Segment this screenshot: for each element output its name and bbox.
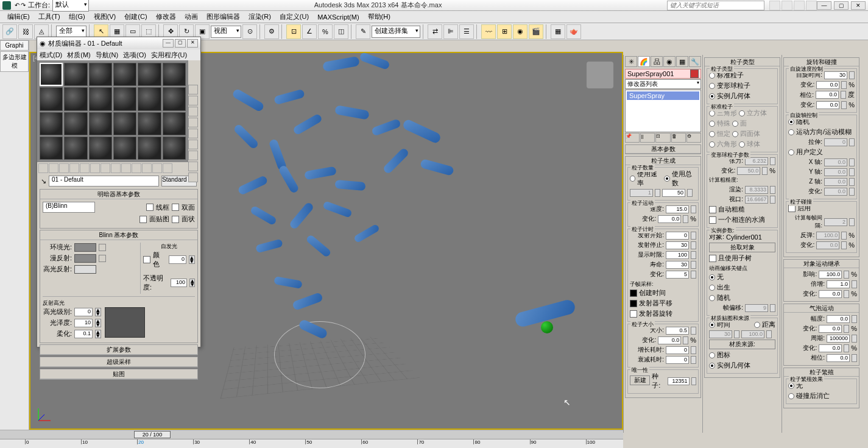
period-var-spinner[interactable]: 0.0 <box>819 344 842 352</box>
amp-spinner[interactable]: 0.0 <box>827 315 850 323</box>
spinner-buttons[interactable] <box>691 346 696 354</box>
soften-spinner[interactable]: 0.1 <box>74 330 93 338</box>
spinner-buttons[interactable] <box>852 280 857 288</box>
offset-birth-radio[interactable] <box>709 285 715 291</box>
material-slot[interactable] <box>89 112 112 135</box>
material-slot[interactable] <box>163 63 186 86</box>
axis-random-radio[interactable] <box>788 119 794 125</box>
influence-spinner[interactable]: 100.0 <box>819 271 842 279</box>
spinner-buttons[interactable] <box>683 336 688 344</box>
material-slot[interactable] <box>64 87 87 110</box>
modifier-list-combo[interactable]: 修改器列表 <box>625 79 701 89</box>
spinner-buttons[interactable] <box>849 138 855 146</box>
modifier-item[interactable]: SuperSpray <box>627 91 699 100</box>
std-particle-radio[interactable] <box>709 73 715 79</box>
mat-menu-util[interactable]: 实用程序(U) <box>151 51 187 60</box>
material-slot[interactable] <box>138 63 161 86</box>
render-setup-icon[interactable]: 🎬 <box>529 24 543 39</box>
mat-reset-icon[interactable] <box>69 163 79 173</box>
user-def-radio[interactable] <box>788 149 794 155</box>
spinner-buttons[interactable] <box>655 189 660 197</box>
mat-background-icon[interactable] <box>188 107 198 116</box>
mat-menu-nav[interactable]: 导航(N) <box>96 51 118 60</box>
opacity-spinner[interactable]: 100 <box>171 279 187 287</box>
material-editor-window[interactable]: ◉ 材质编辑器 - 01 - Default — ▢ ✕ 模式(D) 材质(M)… <box>37 37 201 347</box>
align-icon[interactable]: ⊫ <box>443 24 458 39</box>
creation-time-checkbox[interactable] <box>630 290 637 297</box>
icon-mat-radio[interactable] <box>709 352 715 358</box>
mat-put-lib-icon[interactable] <box>101 163 110 173</box>
menu-animation[interactable]: 动画 <box>181 12 202 22</box>
spinner-buttons[interactable] <box>691 261 696 269</box>
inherit-var-spinner[interactable]: 0.0 <box>819 290 842 298</box>
offset-none-radio[interactable] <box>709 274 715 280</box>
spinner-buttons[interactable] <box>762 167 767 175</box>
spinner-buttons[interactable] <box>734 330 739 338</box>
spinner-buttons[interactable] <box>691 271 696 279</box>
speed-spinner[interactable]: 15.0 <box>666 205 689 213</box>
display-until-spinner[interactable]: 100 <box>666 251 689 259</box>
undo-redo-icons[interactable]: ↶↷ <box>15 2 26 9</box>
diffuse-swatch[interactable] <box>74 254 96 263</box>
time-radio[interactable] <box>709 322 715 328</box>
fade-spinner[interactable]: 0 <box>666 356 689 364</box>
mat-pick-icon[interactable]: ↘ <box>41 177 46 185</box>
unlink-icon[interactable]: ⛓ <box>18 24 33 39</box>
emitter-rot-checkbox[interactable] <box>630 310 637 318</box>
material-slot[interactable] <box>138 112 161 135</box>
ext-rollout[interactable]: 扩展参数 <box>40 345 197 355</box>
spinner-buttons[interactable] <box>841 91 846 99</box>
spin-var-spinner[interactable]: 0.0 <box>816 81 839 89</box>
schematic-icon[interactable]: ⊞ <box>497 24 512 39</box>
curve-editor-icon[interactable]: 〰 <box>481 24 496 39</box>
total-spinner[interactable]: 50 <box>662 189 685 197</box>
mat-nav-child-icon[interactable] <box>163 163 172 173</box>
phase-var-spinner[interactable]: 0.0 <box>816 101 839 109</box>
instanced-radio[interactable] <box>709 93 715 99</box>
menu-group[interactable]: 组(G) <box>65 12 89 22</box>
menu-customize[interactable]: 自定义(U) <box>276 12 312 22</box>
spec-level-spinner[interactable]: 0 <box>74 308 93 316</box>
menu-maxscript[interactable]: MAXScript(M) <box>314 13 362 21</box>
mult-spinner[interactable]: 1.0 <box>827 280 850 288</box>
spinner-buttons[interactable] <box>691 205 696 213</box>
layers-icon[interactable]: ☰ <box>459 24 474 39</box>
bubble-header[interactable]: 气泡运动 <box>784 304 859 313</box>
material-slot[interactable] <box>89 63 112 86</box>
spinner-buttons[interactable] <box>841 101 847 109</box>
use-total-radio[interactable] <box>664 176 670 182</box>
inst-geom-radio[interactable] <box>709 363 715 369</box>
material-slot[interactable] <box>113 137 136 160</box>
mat-nav-sibling-icon[interactable] <box>152 163 162 173</box>
utilities-tab-icon[interactable]: 🔧 <box>689 56 701 67</box>
spin-time-spinner[interactable]: 30 <box>824 71 847 79</box>
show-end-icon[interactable]: || <box>640 133 655 143</box>
spinner-buttons[interactable] <box>691 377 696 385</box>
spinner-buttons[interactable] <box>852 354 857 362</box>
mat-select-icon[interactable] <box>188 162 198 171</box>
spinner-buttons[interactable] <box>849 158 855 166</box>
specular-swatch[interactable] <box>74 265 96 274</box>
help-icon-3[interactable] <box>794 1 805 10</box>
two-sided-checkbox[interactable] <box>172 204 179 211</box>
one-meta-checkbox[interactable] <box>709 216 716 224</box>
use-subtree-checkbox[interactable] <box>709 255 716 262</box>
help-icon-2[interactable] <box>782 1 792 10</box>
spinner-buttons[interactable] <box>691 356 696 364</box>
emitter-trans-checkbox[interactable] <box>630 300 637 307</box>
material-slot[interactable] <box>64 112 87 135</box>
menu-modifiers[interactable]: 修改器 <box>152 12 180 22</box>
mat-map-icon[interactable] <box>188 172 198 182</box>
help-search[interactable] <box>667 1 764 10</box>
period-spinner[interactable]: 100000 <box>827 335 850 343</box>
mat-nav-parent-icon[interactable] <box>142 163 152 173</box>
create-tab-icon[interactable]: ✳ <box>625 56 637 67</box>
ambient-swatch[interactable] <box>74 243 96 252</box>
material-slot[interactable] <box>163 137 186 160</box>
offset-random-radio[interactable] <box>709 295 715 301</box>
object-name-field[interactable]: SuperSpray001 <box>625 69 701 79</box>
modify-tab-icon[interactable]: 🌈 <box>638 56 650 67</box>
material-slot[interactable] <box>40 63 63 86</box>
menu-edit[interactable]: 编辑(E) <box>4 12 34 22</box>
life-spinner[interactable]: 30 <box>666 261 689 269</box>
